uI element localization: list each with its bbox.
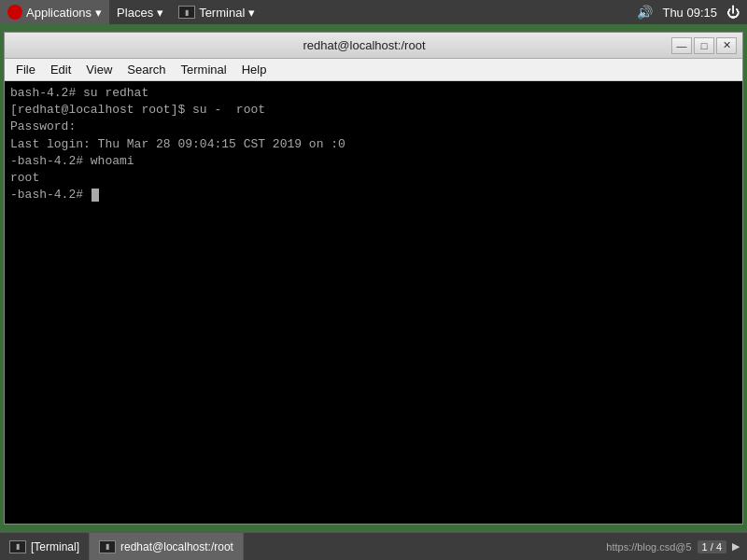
places-menu[interactable]: Places ▾: [109, 0, 171, 24]
terminal-chevron: ▾: [248, 6, 255, 20]
top-bar: Applications ▾ Places ▾ ▮ Terminal ▾ 🔊 T…: [0, 0, 747, 24]
top-bar-right: 🔊 Thu 09:15 ⏻: [637, 5, 747, 20]
taskbar-terminal-icon: ▮: [9, 540, 26, 553]
terminal-title: redhat@localhost:/root: [57, 38, 671, 52]
top-bar-left: Applications ▾ Places ▾ ▮ Terminal ▾: [0, 0, 262, 24]
menu-bar: File Edit View Search Terminal Help: [5, 59, 742, 81]
menu-help[interactable]: Help: [234, 59, 275, 80]
clock: Thu 09:15: [662, 6, 717, 20]
taskbar-redhat-label: redhat@localhost:/root: [120, 540, 233, 553]
term-prompt-7: -bash-4.2#: [10, 188, 91, 202]
menu-file[interactable]: File: [8, 59, 43, 80]
menu-search[interactable]: Search: [120, 59, 173, 80]
menu-view[interactable]: View: [78, 59, 120, 80]
watermark: https://blog.csd@5: [606, 541, 691, 553]
taskbar-right: https://blog.csd@5 1 / 4 ▶: [606, 540, 747, 553]
minimize-button[interactable]: —: [671, 37, 692, 54]
term-line-6: root: [10, 170, 737, 187]
menu-edit[interactable]: Edit: [43, 59, 78, 80]
terminal-window: redhat@localhost:/root — □ ✕ File Edit V…: [4, 32, 743, 525]
term-line-7: -bash-4.2#: [10, 187, 737, 203]
redhat-icon: [7, 5, 22, 20]
terminal-label: Terminal: [199, 6, 245, 20]
taskbar-item-terminal[interactable]: ▮ [Terminal]: [0, 533, 90, 560]
term-line-5: -bash-4.2# whoami: [10, 153, 737, 170]
speaker-icon[interactable]: 🔊: [637, 5, 653, 20]
applications-menu[interactable]: Applications ▾: [0, 0, 109, 24]
places-label: Places: [117, 6, 153, 20]
taskbar-terminal-label: [Terminal]: [31, 540, 79, 553]
applications-label: Applications: [26, 6, 92, 20]
places-chevron: ▾: [157, 6, 163, 20]
power-icon[interactable]: ⏻: [726, 5, 740, 20]
restore-button[interactable]: □: [694, 37, 714, 54]
taskbar-redhat-icon: ▮: [99, 540, 116, 553]
menu-terminal[interactable]: Terminal: [174, 59, 234, 80]
terminal-menu[interactable]: ▮ Terminal ▾: [171, 0, 262, 24]
term-line-1: bash-4.2# su redhat: [10, 85, 737, 102]
term-line-4: Last login: Thu Mar 28 09:04:15 CST 2019…: [10, 136, 737, 153]
term-line-2: [redhat@localhost root]$ su - root: [10, 102, 737, 119]
taskbar: ▮ [Terminal] ▮ redhat@localhost:/root ht…: [0, 532, 747, 560]
window-controls: — □ ✕: [671, 37, 737, 54]
close-button[interactable]: ✕: [716, 37, 737, 54]
taskbar-arrows: ▶: [732, 540, 740, 553]
terminal-titlebar: redhat@localhost:/root — □ ✕: [5, 33, 742, 59]
applications-chevron: ▾: [95, 6, 102, 20]
taskbar-item-redhat[interactable]: ▮ redhat@localhost:/root: [90, 533, 244, 560]
page-indicator: 1 / 4: [698, 540, 726, 553]
terminal-icon: ▮: [178, 6, 195, 19]
cursor: [92, 189, 99, 202]
terminal-body[interactable]: bash-4.2# su redhat [redhat@localhost ro…: [5, 81, 742, 524]
term-line-3: Password:: [10, 119, 737, 135]
